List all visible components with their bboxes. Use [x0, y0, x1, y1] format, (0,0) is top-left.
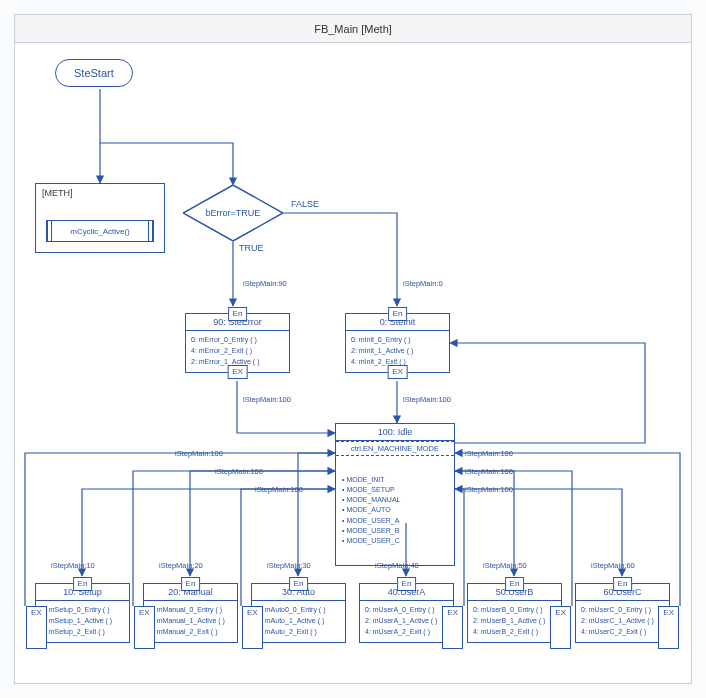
exit-tag: EX — [658, 606, 679, 649]
decision-label: bError=TRUE — [183, 185, 283, 241]
exit-tag: EX — [134, 606, 155, 649]
title-text: FB_Main [Meth] — [314, 23, 392, 35]
state-manual-body: 0: mManual_0_Entry ( ) 2: mManual_1_Acti… — [144, 601, 237, 642]
list-item: MODE_USER_A — [342, 516, 448, 526]
list-item: 2: mUserB_1_Active ( ) — [473, 616, 556, 627]
state-auto-body: 0: mAuto0_0_Entry ( ) 2: mAuto_1_Active … — [252, 601, 345, 642]
list-item: 4: mManual_2_Exit ( ) — [149, 627, 232, 638]
list-item: 2: mUserC_1_Active ( ) — [581, 616, 664, 627]
state-usera: En 40:UserA 0: mUserA_0_Entry ( ) 2: mUs… — [359, 583, 454, 643]
list-item: 0: mError_0_Entry ( ) — [191, 335, 284, 346]
list-item: MODE_MANUAL — [342, 495, 448, 505]
edge-label: iStepMain:100 — [175, 449, 223, 458]
edge-label: iStepMain:100 — [465, 449, 513, 458]
list-item: 0: mUserC_0_Entry ( ) — [581, 605, 664, 616]
edge-label: iStepMain:100 — [403, 395, 451, 404]
list-item: 4: mUserB_2_Exit ( ) — [473, 627, 556, 638]
list-item: 2: mUserA_1_Active ( ) — [365, 616, 448, 627]
exit-tag: EX — [242, 606, 263, 649]
edge-label: iStepMain:60 — [591, 561, 635, 570]
list-item: 0: mInit_0_Entry ( ) — [351, 335, 444, 346]
state-init: En 0: SteInit 0: mInit_0_Entry ( ) 2: mI… — [345, 313, 450, 373]
edge-label: iStepMain:30 — [267, 561, 311, 570]
state-usera-body: 0: mUserA_0_Entry ( ) 2: mUserA_1_Active… — [360, 601, 453, 642]
start-label: SteStart — [74, 67, 114, 79]
edge-label: iStepMain:100 — [243, 395, 291, 404]
entry-tag: En — [228, 307, 248, 321]
edge-label: iStepMain:100 — [465, 485, 513, 494]
state-setup: En 10: Setup 0: mSetup_0_Entry ( ) 2: mS… — [35, 583, 130, 643]
state-userb: En 50:UserB 0: mUserB_0_Entry ( ) 2: mUs… — [467, 583, 562, 643]
state-userc: En 60:UserC 0: mUserC_0_Entry ( ) 2: mUs… — [575, 583, 670, 643]
list-item: 0: mSetup_0_Entry ( ) — [41, 605, 124, 616]
list-item: 4: mError_2_Exit ( ) — [191, 346, 284, 357]
entry-tag: En — [505, 577, 525, 591]
list-item: 0: mAuto0_0_Entry ( ) — [257, 605, 340, 616]
list-item: 0: mUserB_0_Entry ( ) — [473, 605, 556, 616]
list-item: MODE_INIT — [342, 475, 448, 485]
state-auto: En 30: Auto 0: mAuto0_0_Entry ( ) 2: mAu… — [251, 583, 346, 643]
exit-tag: EX — [387, 365, 408, 379]
decision-true-label: TRUE — [239, 243, 264, 253]
list-item: MODE_SETUP — [342, 485, 448, 495]
entry-tag: En — [388, 307, 408, 321]
method-container: [METH] mCyclic_Active() — [35, 183, 165, 253]
edge-label: iStepMain:100 — [465, 467, 513, 476]
list-item: MODE_AUTO — [342, 505, 448, 515]
entry-tag: En — [289, 577, 309, 591]
edge-label: iStepMain:40 — [375, 561, 419, 570]
state-userc-body: 0: mUserC_0_Entry ( ) 2: mUserC_1_Active… — [576, 601, 669, 642]
list-item: 2: mInit_1_Active ( ) — [351, 346, 444, 357]
edge-label: iStepMain:50 — [483, 561, 527, 570]
list-item: 0: mManual_0_Entry ( ) — [149, 605, 232, 616]
edge-label: iStepMain:100 — [255, 485, 303, 494]
entry-tag: En — [397, 577, 417, 591]
list-item: 4: mUserC_2_Exit ( ) — [581, 627, 664, 638]
state-manual: En 20: Manual 0: mManual_0_Entry ( ) 2: … — [143, 583, 238, 643]
state-idle-modes: MODE_INIT MODE_SETUP MODE_MANUAL MODE_AU… — [336, 472, 454, 549]
state-error: En 90: SteError 0: mError_0_Entry ( ) 4:… — [185, 313, 290, 373]
diagram-frame: FB_Main [Meth] SteStart [METH] mCyclic_A… — [14, 14, 692, 684]
list-item: 2: mAuto_1_Active ( ) — [257, 616, 340, 627]
edge-label: iStepMain:0 — [403, 279, 443, 288]
entry-tag: En — [613, 577, 633, 591]
state-setup-body: 0: mSetup_0_Entry ( ) 2: mSetup_1_Active… — [36, 601, 129, 642]
list-item: 4: mSetup_2_Exit ( ) — [41, 627, 124, 638]
exit-tag: EX — [227, 365, 248, 379]
diagram-canvas: SteStart [METH] mCyclic_Active() bError=… — [15, 43, 691, 683]
state-idle-title: 100: Idle — [336, 424, 454, 441]
list-item: MODE_USER_C — [342, 536, 448, 546]
decision-false-label: FALSE — [291, 199, 319, 209]
exit-tag: EX — [442, 606, 463, 649]
exit-tag: EX — [26, 606, 47, 649]
method-tag: [METH] — [36, 184, 164, 202]
start-node: SteStart — [55, 59, 133, 87]
list-item: MODE_USER_B — [342, 526, 448, 536]
list-item: 0: mUserA_0_Entry ( ) — [365, 605, 448, 616]
method-call-label: mCyclic_Active() — [70, 227, 130, 236]
edge-label: iStepMain:10 — [51, 561, 95, 570]
list-item: 2: mManual_1_Active ( ) — [149, 616, 232, 627]
entry-tag: En — [181, 577, 201, 591]
edge-label: iStepMain:20 — [159, 561, 203, 570]
diagram-title: FB_Main [Meth] — [15, 15, 691, 43]
method-call: mCyclic_Active() — [46, 220, 154, 242]
state-idle-subtitle: ctrl.EN_MACHINE_MODE — [336, 441, 454, 456]
list-item: 4: mUserA_2_Exit ( ) — [365, 627, 448, 638]
edge-label: iStepMain:100 — [215, 467, 263, 476]
state-idle: 100: Idle ctrl.EN_MACHINE_MODE MODE_INIT… — [335, 423, 455, 566]
list-item: 4: mAuto_2_Exit ( ) — [257, 627, 340, 638]
state-userb-body: 0: mUserB_0_Entry ( ) 2: mUserB_1_Active… — [468, 601, 561, 642]
decision-node: bError=TRUE — [183, 185, 283, 241]
entry-tag: En — [73, 577, 93, 591]
edge-label: iStepMain:90 — [243, 279, 287, 288]
exit-tag: EX — [550, 606, 571, 649]
list-item: 2: mSetup_1_Active ( ) — [41, 616, 124, 627]
